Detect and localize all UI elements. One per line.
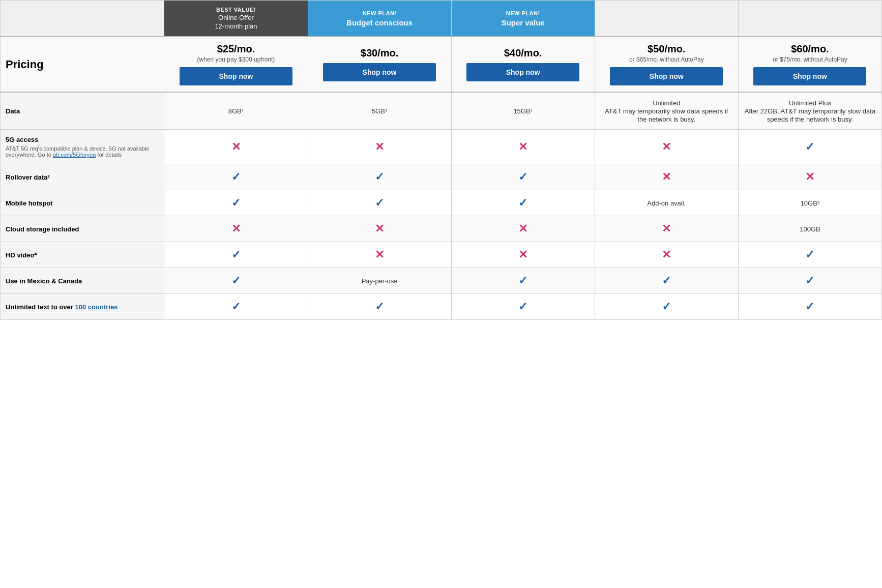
feature-val-3-4: 10GB³ bbox=[738, 190, 881, 216]
feature-val-0-2: 15GB¹ bbox=[451, 92, 595, 130]
feature-val-1-3: ✕ bbox=[595, 130, 738, 164]
countries-link[interactable]: 100 countries bbox=[75, 303, 118, 311]
pricing-col3: $40/mo. Shop now bbox=[451, 37, 595, 92]
feature-label-4: Cloud storage included bbox=[1, 216, 164, 242]
pricing-col5: $60/mo. or $75/mo. without AutoPay Shop … bbox=[738, 37, 881, 92]
text-value: 5GB¹ bbox=[372, 107, 387, 115]
x-icon: ✕ bbox=[231, 140, 241, 153]
check-icon: ✓ bbox=[231, 300, 241, 313]
x-icon: ✕ bbox=[662, 248, 671, 261]
check-icon: ✓ bbox=[662, 274, 671, 287]
feature-val-5-2: ✕ bbox=[451, 242, 595, 268]
check-icon: ✓ bbox=[231, 196, 241, 209]
feature-val-1-4: ✓ bbox=[738, 130, 881, 164]
check-icon: ✓ bbox=[518, 196, 527, 209]
check-icon: ✓ bbox=[231, 274, 241, 287]
x-icon: ✕ bbox=[375, 140, 384, 153]
header-col1: BEST VALUE! Online Offer 12-month plan bbox=[164, 1, 308, 37]
check-icon: ✓ bbox=[518, 274, 527, 287]
feature-row-6: Use in Mexico & Canada✓Pay-per-use✓✓✓ bbox=[1, 268, 882, 294]
check-icon: ✓ bbox=[518, 300, 527, 313]
x-icon: ✕ bbox=[518, 140, 527, 153]
header-badge-2: NEW PLAN! bbox=[313, 10, 446, 16]
pricing-label: Pricing bbox=[6, 58, 44, 71]
header-line2-1: 12-month plan bbox=[169, 22, 302, 30]
text-value: 8GB¹ bbox=[228, 107, 244, 115]
feature-val-4-2: ✕ bbox=[451, 216, 595, 242]
feature-label-2: Rollover data² bbox=[1, 164, 164, 190]
feature-val-4-1: ✕ bbox=[308, 216, 451, 242]
feature-row-1: 5G accessAT&T 5G req's compatible plan &… bbox=[1, 130, 882, 164]
price-sub-1: (when you pay $300 upfront) bbox=[169, 56, 302, 63]
header-badge-3: NEW PLAN! bbox=[457, 10, 590, 16]
feature-val-4-4: 100GB bbox=[738, 216, 881, 242]
comparison-table: BEST VALUE! Online Offer 12-month plan N… bbox=[0, 0, 882, 320]
feature-row-5: HD video⁴✓✕✕✕✓ bbox=[1, 242, 882, 268]
feature-label-3: Mobile hotspot bbox=[1, 190, 164, 216]
check-icon: ✓ bbox=[805, 300, 814, 313]
pricing-col4: $50/mo. or $65/mo. without AutoPay Shop … bbox=[595, 37, 738, 92]
x-icon: ✕ bbox=[805, 170, 814, 183]
header-badge-1: BEST VALUE! bbox=[169, 7, 302, 13]
feature-val-2-0: ✓ bbox=[164, 164, 308, 190]
feature-row-3: Mobile hotspot✓✓✓Add-on avail.10GB³ bbox=[1, 190, 882, 216]
x-icon: ✕ bbox=[662, 222, 671, 235]
feature-row-4: Cloud storage included✕✕✕✕100GB bbox=[1, 216, 882, 242]
5g-link[interactable]: att.com/5Gforyou bbox=[53, 152, 96, 158]
feature-val-2-4: ✕ bbox=[738, 164, 881, 190]
header-line1-1: Online Offer bbox=[169, 14, 302, 21]
check-icon: ✓ bbox=[375, 300, 384, 313]
price-2: $30/mo. bbox=[313, 47, 446, 59]
check-icon: ✓ bbox=[375, 196, 384, 209]
feature-val-3-1: ✓ bbox=[308, 190, 451, 216]
feature-val-7-3: ✓ bbox=[595, 294, 738, 320]
price-1: $25/mo. bbox=[169, 43, 302, 55]
feature-row-7: Unlimited text to over 100 countries✓✓✓✓… bbox=[1, 294, 882, 320]
text-value: Unlimited PlusAfter 22GB, AT&T may tempo… bbox=[745, 99, 875, 123]
shop-btn-1[interactable]: Shop now bbox=[180, 67, 292, 85]
price-sub-4: or $65/mo. without AutoPay bbox=[600, 56, 733, 63]
feature-val-7-0: ✓ bbox=[164, 294, 308, 320]
check-icon: ✓ bbox=[231, 170, 241, 183]
feature-val-7-1: ✓ bbox=[308, 294, 451, 320]
header-line1-3: Super value bbox=[457, 18, 590, 27]
x-icon: ✕ bbox=[375, 222, 384, 235]
feature-val-1-1: ✕ bbox=[308, 130, 451, 164]
check-icon: ✓ bbox=[518, 170, 527, 183]
feature-label-5: HD video⁴ bbox=[1, 242, 164, 268]
feature-val-5-0: ✓ bbox=[164, 242, 308, 268]
feature-val-5-1: ✕ bbox=[308, 242, 451, 268]
shop-btn-5[interactable]: Shop now bbox=[753, 67, 866, 85]
header-col2: NEW PLAN! Budget conscious bbox=[308, 1, 451, 37]
header-line1-2: Budget conscious bbox=[313, 18, 446, 27]
feature-val-5-3: ✕ bbox=[595, 242, 738, 268]
feature-val-4-3: ✕ bbox=[595, 216, 738, 242]
text-value: 10GB³ bbox=[801, 199, 820, 207]
feature-val-2-2: ✓ bbox=[451, 164, 595, 190]
feature-val-6-4: ✓ bbox=[738, 268, 881, 294]
shop-btn-3[interactable]: Shop now bbox=[466, 63, 579, 81]
feature-val-6-1: Pay-per-use bbox=[308, 268, 451, 294]
feature-val-7-4: ✓ bbox=[738, 294, 881, 320]
feature-val-1-2: ✕ bbox=[451, 130, 595, 164]
feature-val-1-0: ✕ bbox=[164, 130, 308, 164]
shop-btn-4[interactable]: Shop now bbox=[610, 67, 723, 85]
check-icon: ✓ bbox=[662, 300, 671, 313]
text-value: Pay-per-use bbox=[362, 277, 398, 285]
feature-val-3-3: Add-on avail. bbox=[595, 190, 738, 216]
pricing-col2: $30/mo. Shop now bbox=[308, 37, 451, 92]
feature-val-7-2: ✓ bbox=[451, 294, 595, 320]
x-icon: ✕ bbox=[375, 248, 384, 261]
check-icon: ✓ bbox=[375, 170, 384, 183]
header-col5 bbox=[738, 1, 881, 37]
shop-btn-2[interactable]: Shop now bbox=[323, 63, 436, 81]
text-value: 15GB¹ bbox=[513, 107, 533, 115]
feature-val-3-2: ✓ bbox=[451, 190, 595, 216]
check-icon: ✓ bbox=[231, 248, 241, 261]
feature-label-0: Data bbox=[1, 92, 164, 130]
feature-label-1: 5G accessAT&T 5G req's compatible plan &… bbox=[1, 130, 164, 164]
x-icon: ✕ bbox=[518, 222, 527, 235]
feature-val-4-0: ✕ bbox=[164, 216, 308, 242]
text-value: 100GB bbox=[800, 225, 820, 233]
feature-val-3-0: ✓ bbox=[164, 190, 308, 216]
